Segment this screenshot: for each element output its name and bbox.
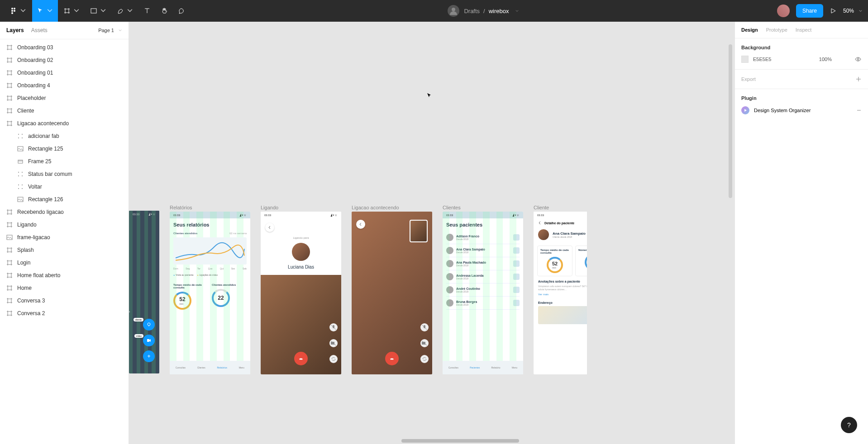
frame-label[interactable]: Cliente — [534, 205, 587, 210]
layer-item[interactable]: Conversa 2 — [0, 307, 129, 320]
frame-label[interactable]: Ligando — [261, 205, 341, 210]
layer-item[interactable]: Onboarding 01 — [0, 66, 129, 79]
layer-item[interactable]: Rectangle 126 — [0, 193, 129, 206]
plugin-name[interactable]: Design System Organizer — [754, 108, 811, 113]
see-more-link: Ver mais — [538, 293, 587, 296]
layer-item[interactable]: Recebendo ligacao — [0, 206, 129, 218]
artboard-ligacao-acontecendo[interactable] — [352, 212, 432, 374]
camera-off-icon — [420, 339, 429, 347]
page-label: Page 1 — [98, 28, 114, 33]
layer-item[interactable]: Ligando — [0, 218, 129, 231]
chat-icon — [513, 287, 520, 293]
patient-name: Andressa Lacerda — [456, 274, 484, 277]
layer-item[interactable]: Status bar comum — [0, 168, 129, 180]
layer-item[interactable]: Onboarding 4 — [0, 79, 129, 92]
layer-item[interactable]: Conversa 3 — [0, 294, 129, 307]
text-tool-button[interactable] — [139, 0, 155, 22]
frame-tool-button[interactable] — [59, 0, 85, 22]
artboard-ligando[interactable]: 03:33◢ ▮ ᯤ Ligando para Luciana Dias — [261, 212, 341, 374]
file-name[interactable]: wirebox — [489, 8, 509, 14]
user-avatar[interactable] — [777, 5, 790, 17]
tab-design[interactable]: Design — [741, 27, 758, 33]
nav-menu: Menu — [512, 366, 518, 369]
chevron-down-icon[interactable] — [515, 9, 519, 13]
artboard-clientes[interactable]: 03:33◢ ▮ ᯤ Seus pacientes Adilson Franco… — [443, 212, 523, 374]
rectangle-icon — [90, 7, 97, 14]
patient-name: Ana Paula Machado — [456, 261, 486, 264]
eye-icon[interactable] — [854, 56, 862, 63]
label-audio: ar por áudio — [129, 310, 130, 313]
layer-item[interactable]: Placeholder — [0, 92, 129, 104]
nav-consultas: Consultas — [448, 366, 458, 369]
frame-label[interactable]: Clientes — [443, 205, 523, 210]
export-label[interactable]: Export — [741, 76, 756, 82]
bottom-nav: Consultas Pacientes Relatório Menu — [443, 361, 523, 374]
breadcrumb-drafts[interactable]: Drafts — [464, 8, 480, 14]
frame-label[interactable]: Ligacao acontecendo — [352, 205, 432, 210]
layer-item[interactable]: Voltar — [0, 180, 129, 193]
tab-inspect[interactable]: Inspect — [796, 27, 811, 33]
layer-item[interactable]: Ligacao acontecendo — [0, 117, 129, 130]
layer-item[interactable]: frame-ligacao — [0, 231, 129, 244]
layer-item[interactable]: Login — [0, 256, 129, 269]
patient-name: Bruna Borges — [456, 300, 477, 303]
layer-item[interactable]: adicionar fab — [0, 130, 129, 142]
zoom-control[interactable]: 50% — [843, 8, 863, 14]
patient-avatar — [538, 229, 549, 240]
tab-prototype[interactable]: Prototype — [766, 27, 787, 33]
help-button[interactable]: ? — [841, 417, 857, 433]
artboard-home-aberto[interactable]: 03:33◢ ▮ ᯤ ar por áudio cliente vídeo + — [129, 211, 159, 373]
layer-item[interactable]: Home — [0, 282, 129, 294]
card-label: Tempo médio de cada consulta — [540, 249, 569, 254]
patient-row: André CoutinhoDesde 2018 — [446, 283, 520, 297]
artboard-relatorios[interactable]: 03:33◢ ▮ ᯤ Seus relatórios Clientes aten… — [170, 212, 250, 374]
canvas[interactable]: 03:33◢ ▮ ᯤ ar por áudio cliente vídeo + … — [129, 22, 734, 444]
share-button[interactable]: Share — [796, 4, 823, 18]
page-selector[interactable]: Page 1 — [98, 28, 122, 33]
plus-icon[interactable] — [855, 76, 862, 82]
svg-point-18 — [22, 184, 23, 185]
breadcrumb-separator: / — [483, 8, 485, 14]
tab-assets[interactable]: Assets — [31, 27, 48, 33]
layer-item[interactable]: Cliente — [0, 104, 129, 117]
vertical-scrollbar[interactable] — [729, 44, 732, 198]
layer-item[interactable]: Onboarding 02 — [0, 54, 129, 66]
layer-name: Onboarding 03 — [17, 44, 53, 51]
layer-item[interactable]: Home float aberto — [0, 269, 129, 282]
frame-label[interactable]: Relatórios — [170, 205, 250, 210]
comment-tool-button[interactable] — [173, 0, 190, 22]
image-icon — [17, 196, 24, 203]
patient-since: Desde 2018 — [456, 264, 486, 267]
hand-tool-button[interactable] — [156, 0, 172, 22]
bg-hex-value[interactable]: E5E5E5 — [753, 57, 815, 62]
bg-swatch[interactable] — [741, 56, 749, 63]
chat-icon — [513, 300, 520, 306]
present-icon[interactable] — [830, 7, 837, 14]
svg-point-8 — [22, 134, 23, 135]
horizontal-scrollbar[interactable] — [401, 439, 519, 443]
patient-name: Adilson Franco — [456, 235, 479, 238]
figma-menu-button[interactable] — [5, 0, 31, 22]
artboard-cliente[interactable]: 03:33 Detalhe do paciente Ana Clara Samp… — [534, 212, 587, 374]
layer-item[interactable]: Frame 25 — [0, 155, 129, 168]
move-tool-button[interactable] — [32, 0, 58, 22]
tab-layers[interactable]: Layers — [6, 27, 24, 33]
component-icon — [17, 184, 24, 190]
pen-tool-button[interactable] — [112, 0, 138, 22]
camera-off-button — [420, 339, 429, 347]
shape-tool-button[interactable] — [86, 0, 111, 22]
minus-icon[interactable] — [856, 108, 862, 113]
layer-name: Home — [17, 285, 32, 291]
layer-item[interactable]: Onboarding 03 — [0, 41, 129, 54]
chevron-down-icon — [858, 9, 863, 13]
group-icon — [17, 158, 24, 165]
nav-relatorios: Relatórios — [217, 366, 227, 369]
figma-icon — [10, 7, 17, 14]
layer-item[interactable]: Splash — [0, 244, 129, 256]
owner-avatar[interactable] — [448, 5, 459, 17]
layer-item[interactable]: Rectangle 125 — [0, 142, 129, 155]
svg-rect-5 — [91, 9, 96, 13]
bg-opacity-value[interactable]: 100% — [819, 57, 832, 62]
patient-since: Desde 2018 — [456, 277, 484, 280]
notes-body: Voluptatum odio autem numquam dolores? S… — [538, 285, 587, 291]
